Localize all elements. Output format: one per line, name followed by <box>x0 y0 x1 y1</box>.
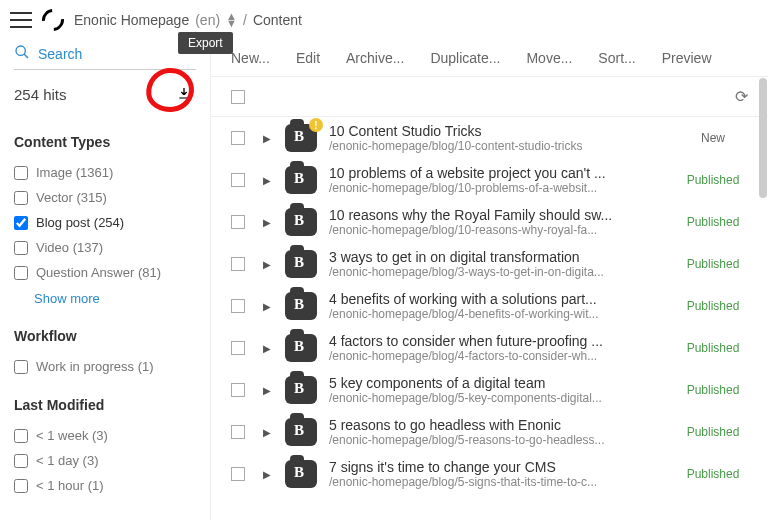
facet-checkbox[interactable] <box>14 429 28 443</box>
row-checkbox[interactable] <box>231 215 245 229</box>
scrollbar[interactable] <box>758 78 768 520</box>
select-all-checkbox[interactable] <box>231 90 245 104</box>
menu-icon[interactable] <box>10 12 32 28</box>
table-row[interactable]: ▶ B 5 key components of a digital team /… <box>211 369 768 411</box>
archive-button[interactable]: Archive... <box>346 50 404 66</box>
table-row[interactable]: ▶ B! 10 Content Studio Tricks /enonic-ho… <box>211 117 768 159</box>
facet-item[interactable]: Video (137) <box>14 235 196 260</box>
table-row[interactable]: ▶ B 3 ways to get in on digital transfor… <box>211 243 768 285</box>
facet-checkbox[interactable] <box>14 241 28 255</box>
export-button[interactable] <box>172 82 196 106</box>
facet-item[interactable]: Blog post (254) <box>14 210 196 235</box>
row-title: 10 reasons why the Royal Family should s… <box>329 207 666 223</box>
app-logo-icon <box>38 5 69 36</box>
expand-icon[interactable]: ▶ <box>263 385 273 396</box>
facet-item[interactable]: < 1 hour (1) <box>14 473 196 498</box>
facet-checkbox[interactable] <box>14 479 28 493</box>
preview-button[interactable]: Preview <box>662 50 712 66</box>
facet-label: Question Answer (81) <box>36 265 161 280</box>
row-title: 4 factors to consider when future-proofi… <box>329 333 666 349</box>
breadcrumb-separator: / <box>243 12 247 28</box>
toolbar: New... Edit Archive... Duplicate... Move… <box>211 40 768 77</box>
sort-button[interactable]: Sort... <box>598 50 635 66</box>
facet-label: Image (1361) <box>36 165 113 180</box>
row-text: 7 signs it's time to change your CMS /en… <box>329 459 666 489</box>
row-checkbox[interactable] <box>231 257 245 271</box>
facet-item[interactable]: Image (1361) <box>14 160 196 185</box>
duplicate-button[interactable]: Duplicate... <box>430 50 500 66</box>
table-row[interactable]: ▶ B 7 signs it's time to change your CMS… <box>211 453 768 495</box>
row-path: /enonic-homepage/blog/5-key-components-d… <box>329 391 666 405</box>
expand-icon[interactable]: ▶ <box>263 259 273 270</box>
content-type-icon: B! <box>285 124 317 152</box>
content-type-icon: B <box>285 460 317 488</box>
table-row[interactable]: ▶ B 10 reasons why the Royal Family shou… <box>211 201 768 243</box>
status-badge: Published <box>678 257 748 271</box>
search-icon <box>14 44 30 63</box>
show-more-link[interactable]: Show more <box>14 285 196 310</box>
edit-button[interactable]: Edit <box>296 50 320 66</box>
expand-icon[interactable]: ▶ <box>263 175 273 186</box>
facet-item[interactable]: Question Answer (81) <box>14 260 196 285</box>
table-row[interactable]: ▶ B 5 reasons to go headless with Enonic… <box>211 411 768 453</box>
expand-icon[interactable]: ▶ <box>263 469 273 480</box>
row-path: /enonic-homepage/blog/4-benefits-of-work… <box>329 307 666 321</box>
facet-label: Work in progress (1) <box>36 359 154 374</box>
project-name[interactable]: Enonic Homepage <box>74 12 189 28</box>
status-badge: Published <box>678 467 748 481</box>
row-path: /enonic-homepage/blog/3-ways-to-get-in-o… <box>329 265 666 279</box>
list-header: ⟳ <box>211 77 768 117</box>
facet-item[interactable]: < 1 week (3) <box>14 423 196 448</box>
table-row[interactable]: ▶ B 4 benefits of working with a solutio… <box>211 285 768 327</box>
status-badge: Published <box>678 425 748 439</box>
content-type-icon: B <box>285 250 317 278</box>
expand-icon[interactable]: ▶ <box>263 343 273 354</box>
row-checkbox[interactable] <box>231 341 245 355</box>
content-type-icon: B <box>285 208 317 236</box>
expand-icon[interactable]: ▶ <box>263 301 273 312</box>
top-bar: Enonic Homepage (en) ▲▼ / Content <box>0 0 768 40</box>
hits-count: 254 hits <box>14 86 67 103</box>
facet-checkbox[interactable] <box>14 454 28 468</box>
row-checkbox[interactable] <box>231 173 245 187</box>
expand-icon[interactable]: ▶ <box>263 217 273 228</box>
row-checkbox[interactable] <box>231 131 245 145</box>
row-checkbox[interactable] <box>231 383 245 397</box>
facet-item[interactable]: < 1 day (3) <box>14 448 196 473</box>
row-path: /enonic-homepage/blog/5-reasons-to-go-he… <box>329 433 666 447</box>
content-list: ▶ B! 10 Content Studio Tricks /enonic-ho… <box>211 117 768 520</box>
content-type-icon: B <box>285 166 317 194</box>
section-name[interactable]: Content <box>253 12 302 28</box>
row-checkbox[interactable] <box>231 467 245 481</box>
refresh-icon[interactable]: ⟳ <box>735 87 748 106</box>
status-badge: Published <box>678 173 748 187</box>
expand-icon[interactable]: ▶ <box>263 133 273 144</box>
facet-item[interactable]: Work in progress (1) <box>14 354 196 379</box>
facet-label: Vector (315) <box>36 190 107 205</box>
move-button[interactable]: Move... <box>526 50 572 66</box>
facet-checkbox[interactable] <box>14 166 28 180</box>
row-checkbox[interactable] <box>231 425 245 439</box>
project-switcher-icon[interactable]: ▲▼ <box>226 13 237 27</box>
facet-checkbox[interactable] <box>14 360 28 374</box>
facet-checkbox[interactable] <box>14 266 28 280</box>
row-checkbox[interactable] <box>231 299 245 313</box>
table-row[interactable]: ▶ B 10 problems of a website project you… <box>211 159 768 201</box>
facet-checkbox[interactable] <box>14 216 28 230</box>
new-button[interactable]: New... <box>231 50 270 66</box>
search-field[interactable]: ✕ <box>14 40 196 70</box>
status-badge: Published <box>678 383 748 397</box>
facet-label: < 1 day (3) <box>36 453 99 468</box>
facet-item[interactable]: Vector (315) <box>14 185 196 210</box>
content-type-icon: B <box>285 376 317 404</box>
row-path: /enonic-homepage/blog/4-factors-to-consi… <box>329 349 666 363</box>
content-type-icon: B <box>285 334 317 362</box>
row-path: /enonic-homepage/blog/5-signs-that-its-t… <box>329 475 666 489</box>
facet-label: Blog post (254) <box>36 215 124 230</box>
table-row[interactable]: ▶ B 4 factors to consider when future-pr… <box>211 327 768 369</box>
status-badge: New <box>678 131 748 145</box>
row-text: 4 benefits of working with a solutions p… <box>329 291 666 321</box>
facet-checkbox[interactable] <box>14 191 28 205</box>
expand-icon[interactable]: ▶ <box>263 427 273 438</box>
status-badge: Published <box>678 299 748 313</box>
